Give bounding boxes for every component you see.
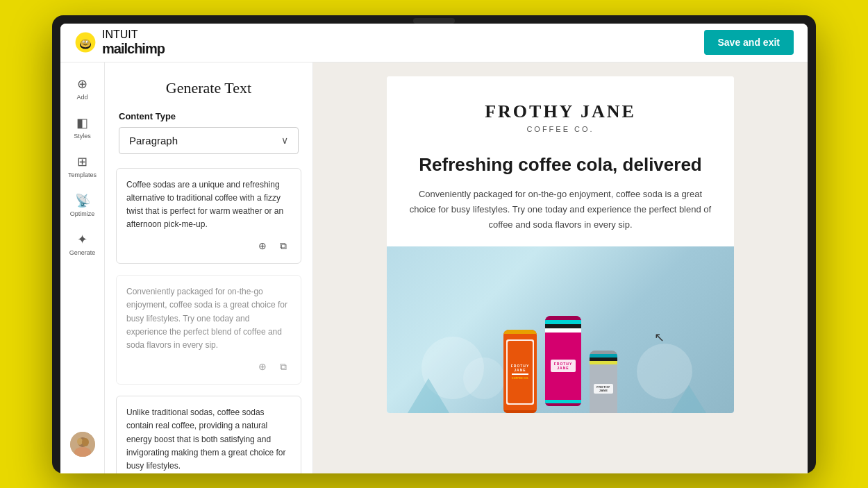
can-bottom-pink [545,403,581,406]
email-brand-section: FROTHY JANE COFFEE CO. [387,76,734,147]
can-brand-pink: FROTHYJANE [554,362,573,370]
camera-notch [413,18,455,24]
svg-point-3 [81,39,90,46]
triangle-deco-2 [671,385,706,413]
text-card-1-actions: ⊕ ⧉ [126,238,291,253]
can-label-orange: FROTHYJANE COFFEE CO. [506,339,534,405]
optimize-icon: 📡 [75,193,90,208]
sidebar-item-optimize-label: Optimize [70,210,95,217]
panel-title: Generate Text [105,62,312,111]
sidebar-item-generate[interactable]: ✦ Generate [65,226,101,262]
can-body-gray: FROTHYJANE [590,364,617,413]
logo-area: INTUIT mailchimp [74,28,165,57]
chevron-down-icon: ∨ [281,135,288,146]
text-card-1: Coffee sodas are a unique and refreshing… [116,168,301,264]
avatar-image [70,432,95,457]
content-type-label: Content Type [105,111,312,127]
card-2-add-button[interactable]: ⊕ [255,359,270,374]
sidebar-item-templates[interactable]: ⊞ Templates [65,149,101,185]
text-card-3: Unlike traditional sodas, coffee sodas c… [116,396,301,473]
can-bottom-orange [503,410,537,413]
card-1-copy-button[interactable]: ⧉ [276,238,291,253]
svg-point-7 [87,42,88,43]
can-top [503,330,537,334]
email-headline: Refreshing coffee cola, delivered [387,147,734,187]
brand-sub: COFFEE CO. [401,125,720,133]
generate-icon: ✦ [77,232,87,247]
main-content: ⊕ Add ◧ Styles ⊞ Templates 📡 Optimize ✦ [60,62,808,473]
triangle-deco-1 [408,378,449,413]
can-label-gray: FROTHYJANE [594,384,612,394]
shelf-circle-2 [463,357,505,399]
brand-name: FROTHY JANE [401,101,720,122]
can-stripe-orange [512,373,528,375]
sidebar: ⊕ Add ◧ Styles ⊞ Templates 📡 Optimize ✦ [60,62,105,473]
header: INTUIT mailchimp Save and exit [60,24,808,62]
intuit-label: INTUIT [102,28,138,40]
sidebar-item-optimize[interactable]: 📡 Optimize [65,187,101,224]
email-preview: FROTHY JANE COFFEE CO. Refreshing coffee… [387,76,734,413]
screen: INTUIT mailchimp Save and exit ⊕ Add ◧ S… [60,24,808,473]
can-brand-orange: FROTHYJANE [511,364,530,372]
can-pink: FROTHYJANE [545,316,581,406]
can-orange: FROTHYJANE COFFEE CO. [503,330,537,413]
sidebar-item-generate-label: Generate [69,249,96,256]
text-card-2-content: Conveniently packaged for on-the-go enjo… [126,285,291,352]
svg-point-6 [83,42,85,43]
text-card-1-content: Coffee sodas are a unique and refreshing… [126,178,291,232]
sidebar-item-styles-label: Styles [74,133,91,140]
laptop-frame: INTUIT mailchimp Save and exit ⊕ Add ◧ S… [52,15,816,473]
mailchimp-label: mailchimp [102,41,165,57]
can-gray: FROTHYJANE [590,351,617,413]
mailchimp-logo-text: INTUIT mailchimp [102,28,165,57]
styles-icon: ◧ [76,115,88,131]
svg-point-12 [82,438,89,446]
can-label-pink: FROTHYJANE [551,360,576,372]
dropdown-selected-value: Paragraph [129,135,178,146]
text-card-3-content: Unlike traditional sodas, coffee sodas c… [126,406,291,473]
can-body-pink: FROTHYJANE [545,333,581,400]
can-brand-gray: FROTHYJANE [596,385,610,392]
can-type-orange: COFFEE CO. [512,376,528,380]
text-card-2: Conveniently packaged for on-the-go enjo… [116,275,301,385]
mailchimp-logo-icon [74,31,97,53]
mouse-cursor: ↖ [654,330,665,345]
content-type-dropdown[interactable]: Paragraph ∨ [119,127,299,154]
templates-icon: ⊞ [77,154,87,169]
email-body-text: Conveniently packaged for on-the-go enjo… [387,187,734,246]
svg-point-10 [77,438,83,445]
product-cans: FROTHYJANE COFFEE CO. [503,316,617,406]
sidebar-item-templates-label: Templates [68,171,97,178]
email-preview-area: FROTHY JANE COFFEE CO. Refreshing coffee… [313,62,808,473]
content-type-dropdown-wrapper[interactable]: Paragraph ∨ [119,127,299,154]
email-product-image: FROTHYJANE COFFEE CO. [387,246,734,413]
sidebar-item-styles[interactable]: ◧ Styles [65,110,101,146]
avatar[interactable] [70,432,95,457]
add-icon: ⊕ [77,76,87,92]
generate-text-panel: Generate Text Content Type Paragraph ∨ C… [105,62,313,473]
save-exit-button[interactable]: Save and exit [704,30,794,55]
card-1-add-button[interactable]: ⊕ [255,238,270,253]
sidebar-item-add-label: Add [76,94,87,101]
card-2-copy-button[interactable]: ⧉ [276,359,291,374]
text-card-2-actions: ⊕ ⧉ [126,359,291,374]
sidebar-item-add[interactable]: ⊕ Add [65,71,101,107]
